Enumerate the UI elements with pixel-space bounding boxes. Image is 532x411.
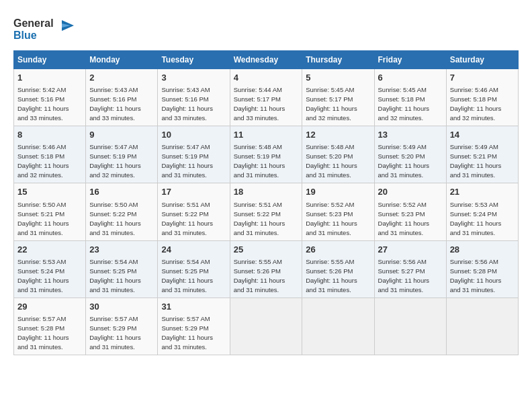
- day-info: Sunrise: 5:57 AMSunset: 5:29 PMDaylight:…: [89, 315, 141, 351]
- day-info: Sunrise: 5:46 AMSunset: 5:18 PMDaylight:…: [450, 86, 502, 122]
- day-info: Sunrise: 5:46 AMSunset: 5:18 PMDaylight:…: [17, 143, 69, 179]
- logo-svg: General Blue: [13, 13, 74, 44]
- day-number: 20: [378, 186, 443, 198]
- calendar-cell: 29Sunrise: 5:57 AMSunset: 5:28 PMDayligh…: [14, 298, 86, 355]
- calendar-cell: 25Sunrise: 5:55 AMSunset: 5:26 PMDayligh…: [230, 240, 302, 298]
- day-info: Sunrise: 5:49 AMSunset: 5:21 PMDaylight:…: [450, 143, 502, 179]
- day-info: Sunrise: 5:56 AMSunset: 5:27 PMDaylight:…: [378, 258, 430, 293]
- week-row-2: 8Sunrise: 5:46 AMSunset: 5:18 PMDaylight…: [14, 126, 519, 183]
- day-info: Sunrise: 5:42 AMSunset: 5:16 PMDaylight:…: [17, 86, 69, 122]
- calendar-cell: 28Sunrise: 5:56 AMSunset: 5:28 PMDayligh…: [446, 240, 518, 298]
- day-info: Sunrise: 5:48 AMSunset: 5:20 PMDaylight:…: [306, 143, 357, 179]
- calendar-cell: 18Sunrise: 5:51 AMSunset: 5:22 PMDayligh…: [230, 183, 302, 240]
- logo: General Blue: [13, 13, 74, 44]
- week-row-3: 15Sunrise: 5:50 AMSunset: 5:21 PMDayligh…: [14, 183, 519, 240]
- day-info: Sunrise: 5:54 AMSunset: 5:25 PMDaylight:…: [161, 258, 213, 293]
- day-number: 17: [161, 186, 226, 198]
- calendar-cell: 26Sunrise: 5:55 AMSunset: 5:26 PMDayligh…: [302, 240, 374, 298]
- calendar-cell: 10Sunrise: 5:47 AMSunset: 5:19 PMDayligh…: [158, 126, 230, 183]
- day-number: 16: [89, 186, 154, 198]
- day-number: 22: [17, 244, 82, 256]
- day-number: 5: [306, 72, 370, 84]
- day-number: 15: [17, 186, 82, 198]
- day-info: Sunrise: 5:50 AMSunset: 5:21 PMDaylight:…: [17, 201, 69, 236]
- day-info: Sunrise: 5:55 AMSunset: 5:26 PMDaylight:…: [306, 258, 357, 293]
- day-number: 13: [378, 129, 443, 141]
- calendar-cell: [302, 298, 374, 355]
- day-info: Sunrise: 5:45 AMSunset: 5:17 PMDaylight:…: [306, 86, 357, 122]
- day-info: Sunrise: 5:51 AMSunset: 5:22 PMDaylight:…: [161, 201, 213, 236]
- calendar-cell: 30Sunrise: 5:57 AMSunset: 5:29 PMDayligh…: [86, 298, 158, 355]
- header-friday: Friday: [374, 51, 446, 69]
- day-info: Sunrise: 5:48 AMSunset: 5:19 PMDaylight:…: [234, 143, 285, 179]
- day-info: Sunrise: 5:50 AMSunset: 5:22 PMDaylight:…: [89, 201, 141, 236]
- day-number: 19: [306, 186, 370, 198]
- calendar-cell: [230, 298, 302, 355]
- week-row-1: 1Sunrise: 5:42 AMSunset: 5:16 PMDaylight…: [14, 69, 519, 126]
- calendar-cell: 23Sunrise: 5:54 AMSunset: 5:25 PMDayligh…: [86, 240, 158, 298]
- day-number: 12: [306, 129, 370, 141]
- day-number: 28: [450, 244, 515, 256]
- calendar-cell: 14Sunrise: 5:49 AMSunset: 5:21 PMDayligh…: [446, 126, 518, 183]
- day-number: 3: [161, 72, 226, 84]
- calendar-cell: 21Sunrise: 5:53 AMSunset: 5:24 PMDayligh…: [446, 183, 518, 240]
- day-number: 25: [234, 244, 299, 256]
- header-tuesday: Tuesday: [158, 51, 230, 69]
- day-number: 10: [161, 129, 226, 141]
- day-info: Sunrise: 5:43 AMSunset: 5:16 PMDaylight:…: [89, 86, 141, 122]
- day-number: 1: [17, 72, 82, 84]
- day-info: Sunrise: 5:56 AMSunset: 5:28 PMDaylight:…: [450, 258, 502, 293]
- calendar-cell: [374, 298, 446, 355]
- calendar-cell: 27Sunrise: 5:56 AMSunset: 5:27 PMDayligh…: [374, 240, 446, 298]
- calendar-header-row: SundayMondayTuesdayWednesdayThursdayFrid…: [14, 51, 519, 69]
- header: General Blue: [13, 13, 519, 44]
- day-info: Sunrise: 5:54 AMSunset: 5:25 PMDaylight:…: [89, 258, 141, 293]
- header-sunday: Sunday: [14, 51, 86, 69]
- day-number: 4: [234, 72, 299, 84]
- calendar-cell: 9Sunrise: 5:47 AMSunset: 5:19 PMDaylight…: [86, 126, 158, 183]
- day-info: Sunrise: 5:52 AMSunset: 5:23 PMDaylight:…: [378, 201, 430, 236]
- day-info: Sunrise: 5:47 AMSunset: 5:19 PMDaylight:…: [89, 143, 141, 179]
- calendar-cell: 13Sunrise: 5:49 AMSunset: 5:20 PMDayligh…: [374, 126, 446, 183]
- day-number: 2: [89, 72, 154, 84]
- svg-text:General: General: [13, 17, 54, 29]
- day-number: 8: [17, 129, 82, 141]
- calendar-cell: 11Sunrise: 5:48 AMSunset: 5:19 PMDayligh…: [230, 126, 302, 183]
- day-number: 29: [17, 301, 82, 313]
- day-number: 31: [161, 301, 226, 313]
- day-number: 27: [378, 244, 443, 256]
- day-info: Sunrise: 5:52 AMSunset: 5:23 PMDaylight:…: [306, 201, 357, 236]
- day-info: Sunrise: 5:43 AMSunset: 5:16 PMDaylight:…: [161, 86, 213, 122]
- calendar-cell: 2Sunrise: 5:43 AMSunset: 5:16 PMDaylight…: [86, 69, 158, 126]
- day-number: 11: [234, 129, 299, 141]
- calendar-cell: 31Sunrise: 5:57 AMSunset: 5:29 PMDayligh…: [158, 298, 230, 355]
- calendar-cell: 15Sunrise: 5:50 AMSunset: 5:21 PMDayligh…: [14, 183, 86, 240]
- day-number: 14: [450, 129, 515, 141]
- day-info: Sunrise: 5:53 AMSunset: 5:24 PMDaylight:…: [450, 201, 502, 236]
- week-row-4: 22Sunrise: 5:53 AMSunset: 5:24 PMDayligh…: [14, 240, 519, 298]
- calendar-cell: 5Sunrise: 5:45 AMSunset: 5:17 PMDaylight…: [302, 69, 374, 126]
- header-saturday: Saturday: [446, 51, 518, 69]
- calendar-cell: 6Sunrise: 5:45 AMSunset: 5:18 PMDaylight…: [374, 69, 446, 126]
- day-number: 23: [89, 244, 154, 256]
- day-info: Sunrise: 5:57 AMSunset: 5:29 PMDaylight:…: [161, 315, 213, 351]
- day-info: Sunrise: 5:57 AMSunset: 5:28 PMDaylight:…: [17, 315, 69, 351]
- calendar-cell: 12Sunrise: 5:48 AMSunset: 5:20 PMDayligh…: [302, 126, 374, 183]
- day-info: Sunrise: 5:49 AMSunset: 5:20 PMDaylight:…: [378, 143, 430, 179]
- day-info: Sunrise: 5:51 AMSunset: 5:22 PMDaylight:…: [234, 201, 285, 236]
- day-info: Sunrise: 5:55 AMSunset: 5:26 PMDaylight:…: [234, 258, 285, 293]
- calendar-cell: 4Sunrise: 5:44 AMSunset: 5:17 PMDaylight…: [230, 69, 302, 126]
- day-info: Sunrise: 5:47 AMSunset: 5:19 PMDaylight:…: [161, 143, 213, 179]
- svg-text:Blue: Blue: [13, 30, 37, 41]
- calendar-cell: 16Sunrise: 5:50 AMSunset: 5:22 PMDayligh…: [86, 183, 158, 240]
- day-number: 6: [378, 72, 443, 84]
- day-number: 18: [234, 186, 299, 198]
- calendar-cell: 8Sunrise: 5:46 AMSunset: 5:18 PMDaylight…: [14, 126, 86, 183]
- calendar-cell: 20Sunrise: 5:52 AMSunset: 5:23 PMDayligh…: [374, 183, 446, 240]
- day-number: 30: [89, 301, 154, 313]
- calendar-table: SundayMondayTuesdayWednesdayThursdayFrid…: [13, 50, 519, 355]
- calendar-cell: 19Sunrise: 5:52 AMSunset: 5:23 PMDayligh…: [302, 183, 374, 240]
- day-info: Sunrise: 5:44 AMSunset: 5:17 PMDaylight:…: [234, 86, 285, 122]
- day-number: 26: [306, 244, 370, 256]
- calendar-cell: [446, 298, 518, 355]
